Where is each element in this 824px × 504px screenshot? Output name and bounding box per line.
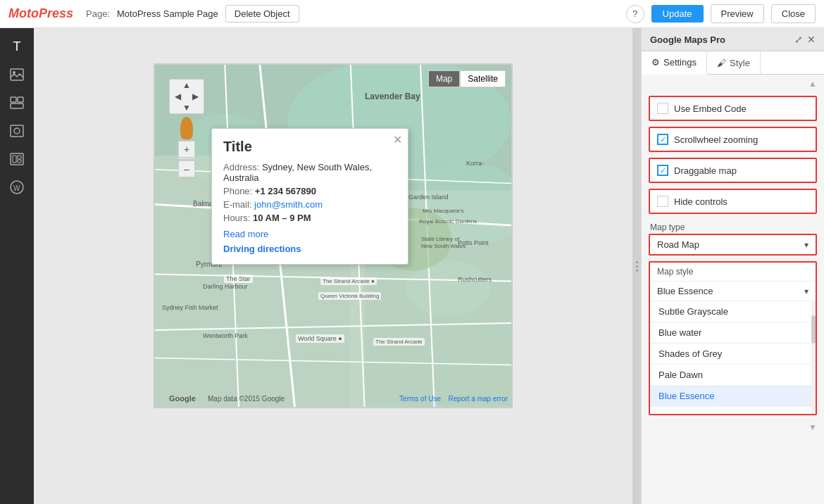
svg-rect-3 [18,97,23,102]
svg-rect-0 [11,69,23,80]
map-type-section: Map type Road Map ▾ [649,220,817,256]
map-style-arrow: ▾ [804,286,809,296]
satellite-button[interactable]: Satellite [460,70,506,87]
nav-left[interactable]: ◀ [173,91,183,102]
scroll-down-icon[interactable]: ▼ [809,422,817,432]
hide-controls-label: Hide controls [674,196,809,207]
preview-button[interactable]: Preview [711,4,764,23]
mapstyle-item-shades[interactable]: Shades of Grey [650,344,816,365]
map-type-controls: Map Satellite [428,70,506,87]
panel-title: Google Maps Pro [650,34,725,45]
tab-settings[interactable]: ⚙ Settings [642,51,707,75]
popup-directions-link[interactable]: Driving directions [223,244,397,254]
panel-header: Google Maps Pro ⤢ ✕ [642,28,824,51]
scrollwheel-checkbox[interactable] [657,134,668,145]
svg-text:W: W [13,184,20,192]
svg-point-6 [14,128,20,134]
popup-phone: Phone: +1 234 567890 [223,186,397,196]
popup-email-link[interactable]: john@smith.com [254,199,323,210]
canvas-area: more ⟳ [34,28,632,504]
map-label-wentworthpark: Wentworth Park [203,332,248,339]
nav-down[interactable]: ▼ [180,102,193,113]
logo: MotoPress [8,6,73,21]
page-label: Page: [86,8,110,19]
map-label-worldsquare: World Square ● [296,334,344,343]
help-button[interactable]: ? [626,5,644,23]
mapstyle-item-applemaps[interactable]: Apple Maps-esque [650,407,816,414]
terms-of-use-link[interactable]: Terms of Use [399,395,441,403]
popup-read-more-link[interactable]: Read more [223,229,397,239]
map-label-statelibrary: State Library of [421,236,459,242]
style-tab-icon: 🖌 [717,58,726,68]
mapstyle-scrollbar-thumb [811,315,816,344]
popup-address: Address: Sydney, New South Wales, Austra… [223,162,397,183]
mapstyle-scrollbar [811,301,816,414]
map-background: Lavender Bay Kurra- Balmain Pyrmont The … [155,65,511,407]
map-label-gardenisland: Garden Island [408,194,449,201]
popup-hours: Hours: 10 AM – 9 PM [223,213,397,223]
map-label-lavenderbay: Lavender Bay [365,92,420,101]
hide-controls-checkbox[interactable] [657,196,668,207]
sidebar-media-icon[interactable] [4,146,30,172]
tab-style[interactable]: 🖌 Style [707,51,761,74]
mapstyle-item-blueessence[interactable]: Blue Essence [650,386,816,407]
close-button[interactable]: Close [771,4,816,23]
resize-dots [636,261,638,272]
svg-line-21 [155,275,511,282]
report-map-error-link[interactable]: Report a map error [449,395,508,403]
embed-code-label: Use Embed Code [674,103,809,114]
sidebar-wp-icon[interactable]: W [4,175,30,200]
map-label-qvb: Queen Victoria Building [318,292,381,300]
scrollwheel-label: Scrollwheel zooming [674,134,809,145]
popup-email: E-mail: john@smith.com [223,199,397,210]
delete-object-button[interactable]: Delete Object [225,5,299,23]
draggable-label: Draggable map [674,165,809,176]
mapstyle-item-subtle[interactable]: Subtle Grayscale [650,301,816,322]
popup-close-button[interactable]: ✕ [393,133,402,146]
map-style-header: Map style [650,263,816,282]
panel-tabs: ⚙ Settings 🖌 Style [642,51,824,75]
map-type-dropdown[interactable]: Road Map ▾ [649,234,817,256]
mapstyle-item-bluewater[interactable]: Blue water [650,322,816,344]
svg-rect-9 [18,156,21,159]
map-style-section: Map style Blue Essence ▾ Subtle Grayscal… [649,261,817,415]
pegman[interactable] [180,117,193,139]
svg-rect-2 [11,97,16,102]
map-style-dropdown[interactable]: Blue Essence ▾ [650,282,816,301]
main-layout: T [0,28,824,504]
top-bar: MotoPress Page: MotoPress Sample Page De… [0,0,824,28]
draggable-checkbox[interactable] [657,165,668,176]
map-navigation: ▲ ◀ ▶ ▼ + – [169,79,204,177]
embed-code-checkbox[interactable] [657,103,668,114]
map-label-rushcutters: Rushcutters [458,276,492,283]
map-type-value: Road Map [657,239,699,250]
sidebar-photo-icon[interactable] [4,118,30,144]
scroll-up-icon[interactable]: ▲ [809,79,817,89]
zoom-in-button[interactable]: + [178,141,195,158]
map-type-section-label: Map type [649,220,817,234]
map-style-label: Map style [657,267,693,277]
left-sidebar: T [0,28,34,504]
mapstyle-item-paledawn[interactable]: Pale Dawn [650,365,816,386]
map-label-pottspoint: Potts Point [458,239,489,246]
map-button[interactable]: Map [428,70,460,87]
svg-rect-4 [11,103,23,108]
map-label-thestrand2: The Strand Arcade [373,338,425,346]
map-label-mrsmacquaries: Mrs Macquarie's [423,208,463,214]
panel-expand-icon[interactable]: ⤢ [794,34,803,45]
update-button[interactable]: Update [651,5,704,23]
page-name: MotoPress Sample Page [117,8,218,19]
sidebar-image-icon[interactable] [4,62,30,87]
map-label-thestar: The Star [224,275,253,283]
panel-resize-handle[interactable] [632,28,641,504]
sidebar-widget-icon[interactable] [4,90,30,115]
nav-up[interactable]: ▲ [180,80,193,91]
nav-right[interactable]: ▶ [190,91,201,102]
nav-arrows: ▲ ◀ ▶ ▼ [169,79,204,114]
panel-close-icon[interactable]: ✕ [807,34,816,45]
map-popup: ✕ Title Address: Sydney, New South Wales… [211,128,408,265]
sidebar-text-icon[interactable]: T [4,34,30,59]
zoom-out-button[interactable]: – [178,160,195,177]
panel-header-icons: ⤢ ✕ [794,34,816,45]
map-label-darlingharbour: Darling Harbour [203,283,248,290]
